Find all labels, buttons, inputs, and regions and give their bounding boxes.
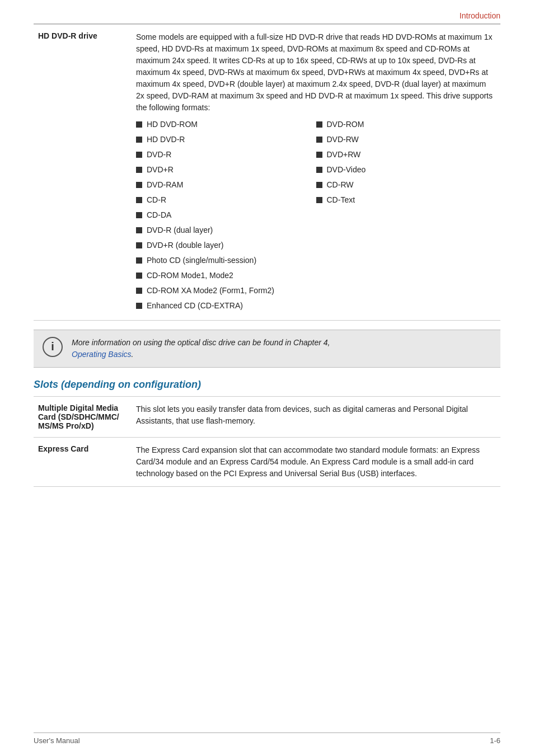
list-item: DVD-R bbox=[136, 147, 316, 162]
list-item: DVD-RW bbox=[316, 132, 496, 147]
formats-grid: HD DVD-ROMHD DVD-RDVD-RDVD+RDVD-RAMCD-RC… bbox=[136, 117, 496, 223]
bullet-icon bbox=[136, 257, 142, 264]
list-item: DVD-Video bbox=[316, 162, 496, 177]
table-row: Express CardThe Express Card expansion s… bbox=[34, 438, 500, 487]
hddvd-label: HD DVD-R drive bbox=[34, 25, 132, 321]
bullet-icon bbox=[136, 303, 142, 309]
header-title: Introduction bbox=[460, 11, 500, 20]
list-item: Photo CD (single/multi-session) bbox=[136, 253, 496, 268]
slot-label: Multiple Digital MediaCard (SD/SDHC/MMC/… bbox=[34, 397, 132, 438]
list-item: HD DVD-ROM bbox=[136, 117, 316, 132]
bullet-icon bbox=[316, 121, 322, 128]
list-item: DVD+R (double layer) bbox=[136, 238, 496, 253]
formats-single: DVD-R (dual layer)DVD+R (double layer)Ph… bbox=[136, 223, 496, 313]
bullet-icon bbox=[136, 227, 142, 233]
bullet-icon bbox=[136, 242, 142, 248]
bullet-icon bbox=[136, 137, 142, 143]
bullet-icon bbox=[136, 152, 142, 158]
bullet-icon bbox=[136, 121, 142, 128]
info-text: More information on using the optical di… bbox=[72, 337, 330, 360]
bullet-icon bbox=[136, 273, 142, 279]
formats-col2: DVD-ROMDVD-RWDVD+RWDVD-VideoCD-RWCD-Text bbox=[316, 117, 496, 223]
list-item: CD-ROM XA Mode2 (Form1, Form2) bbox=[136, 283, 496, 298]
list-item: DVD+RW bbox=[316, 147, 496, 162]
slot-label: Express Card bbox=[34, 438, 132, 487]
slots-table: Multiple Digital MediaCard (SD/SDHC/MMC/… bbox=[34, 396, 500, 487]
list-item: DVD-R (dual layer) bbox=[136, 223, 496, 238]
slot-description: This slot lets you easily transfer data … bbox=[132, 397, 500, 438]
operating-basics-link[interactable]: Operating Basics bbox=[72, 350, 132, 359]
bullet-icon bbox=[136, 197, 142, 203]
list-item: CD-DA bbox=[136, 208, 316, 223]
bullet-icon bbox=[316, 197, 322, 203]
list-item: CD-Text bbox=[316, 192, 496, 208]
list-item: DVD-ROM bbox=[316, 117, 496, 132]
list-item: CD-RW bbox=[316, 177, 496, 192]
footer-left: User's Manual bbox=[34, 736, 80, 745]
slot-description: The Express Card expansion slot that can… bbox=[132, 438, 500, 487]
formats-col1: HD DVD-ROMHD DVD-RDVD-RDVD+RDVD-RAMCD-RC… bbox=[136, 117, 316, 223]
bullet-icon bbox=[136, 288, 142, 294]
bullet-icon bbox=[136, 212, 142, 218]
list-item: CD-R bbox=[136, 192, 316, 208]
bullet-icon bbox=[316, 167, 322, 173]
info-box: i More information on using the optical … bbox=[34, 330, 500, 368]
bullet-icon bbox=[316, 152, 322, 158]
bullet-icon bbox=[316, 182, 322, 188]
info-icon: i bbox=[43, 337, 63, 359]
list-item: Enhanced CD (CD-EXTRA) bbox=[136, 298, 496, 313]
main-content-table: HD DVD-R drive Some models are equipped … bbox=[34, 24, 500, 321]
list-item: DVD+R bbox=[136, 162, 316, 177]
svg-text:i: i bbox=[51, 340, 54, 353]
hddvd-description: Some models are equipped with a full-siz… bbox=[132, 25, 500, 321]
bullet-icon bbox=[136, 167, 142, 173]
page-header: Introduction bbox=[34, 11, 500, 24]
page-footer: User's Manual 1-6 bbox=[34, 732, 500, 745]
table-row: Multiple Digital MediaCard (SD/SDHC/MMC/… bbox=[34, 397, 500, 438]
bullet-icon bbox=[136, 182, 142, 188]
table-row-hddvd: HD DVD-R drive Some models are equipped … bbox=[34, 25, 500, 321]
list-item: DVD-RAM bbox=[136, 177, 316, 192]
footer-right: 1-6 bbox=[490, 736, 500, 745]
slots-heading: Slots (depending on configuration) bbox=[34, 379, 500, 391]
list-item: HD DVD-R bbox=[136, 132, 316, 147]
list-item: CD-ROM Mode1, Mode2 bbox=[136, 268, 496, 283]
bullet-icon bbox=[316, 137, 322, 143]
